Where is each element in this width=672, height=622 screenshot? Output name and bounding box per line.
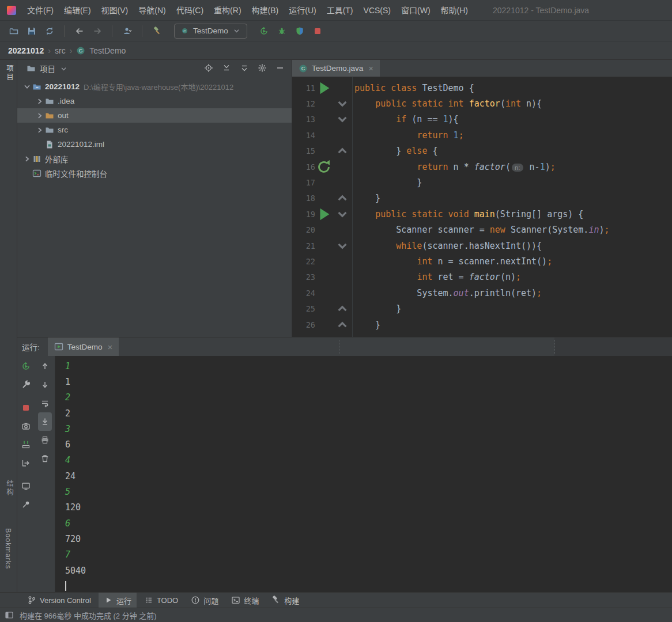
debug-button[interactable]	[274, 23, 290, 39]
menu-item[interactable]: 窗口(W)	[396, 3, 436, 18]
toolwindow-toggle-icon[interactable]	[5, 610, 14, 620]
locate-button[interactable]	[204, 63, 213, 74]
toolwindow-button-version-control[interactable]: Version Control	[22, 593, 96, 608]
menu-item[interactable]: 导航(N)	[133, 3, 171, 18]
fold-marker-icon[interactable]	[333, 236, 352, 256]
tool-window-stripe: 项目 结构 Bookmarks	[0, 60, 17, 592]
editor-tab-testdemo[interactable]: C TestDemo.java ×	[292, 60, 380, 77]
wrench-button[interactable]	[19, 376, 33, 394]
stripe-project-button[interactable]: 项目	[4, 65, 15, 81]
scroll-end-button[interactable]	[38, 412, 52, 431]
code-text: System.out.println(ret);	[354, 288, 542, 298]
menu-item[interactable]: 重构(R)	[209, 3, 246, 18]
splitter-handle[interactable]	[554, 340, 555, 354]
pin-button[interactable]	[19, 495, 33, 514]
console-output[interactable]: 1122364245120672075040	[55, 356, 672, 592]
forward-button[interactable]	[89, 23, 105, 39]
tree-expand-arrow-icon[interactable]	[35, 125, 45, 135]
tree-expand-arrow-icon[interactable]	[35, 111, 45, 121]
up-button[interactable]	[38, 357, 52, 376]
menu-item[interactable]: 视图(V)	[96, 3, 134, 18]
tree-item-label: 20221012.iml	[58, 140, 104, 149]
print-button[interactable]	[38, 431, 52, 449]
chevron-down-icon[interactable]	[59, 64, 68, 73]
run-button[interactable]	[256, 23, 272, 39]
rerun-button[interactable]	[19, 357, 33, 376]
build-button[interactable]	[149, 23, 165, 39]
menu-item[interactable]: VCS(S)	[358, 3, 396, 18]
stripe-bookmarks-button[interactable]: Bookmarks	[4, 528, 12, 570]
menu-item[interactable]: 工具(T)	[322, 3, 358, 18]
menu-item[interactable]: 帮助(H)	[436, 3, 473, 18]
recursive-call-icon[interactable]	[315, 158, 333, 176]
tree-row[interactable]: out	[17, 108, 292, 123]
exit-button[interactable]	[19, 454, 33, 472]
stop-button[interactable]	[19, 399, 33, 417]
fold-marker-icon[interactable]	[333, 315, 352, 335]
sync-button[interactable]	[41, 23, 57, 39]
tree-expand-arrow-icon[interactable]	[35, 96, 45, 107]
code-text: public class TestDemo {	[354, 83, 474, 93]
fold-marker-icon[interactable]	[333, 141, 352, 161]
close-run-tab-icon[interactable]: ×	[108, 343, 113, 351]
gear-button[interactable]	[258, 63, 267, 74]
stop-button[interactable]	[310, 23, 326, 39]
open-button[interactable]	[6, 23, 21, 39]
tree-row[interactable]: src	[17, 123, 292, 137]
gutter-separator	[352, 77, 353, 337]
fold-marker-icon[interactable]	[333, 109, 352, 129]
code-text: Scanner scanner = new Scanner(System.in)…	[354, 225, 610, 235]
collapse-all-button[interactable]	[222, 63, 231, 74]
code-line: 13 if (n == 1){	[292, 112, 672, 127]
tree-row[interactable]: 20221012 D:\编程专用\java-warehouse(本地)\2022…	[17, 79, 292, 94]
coverage-icon	[295, 26, 304, 36]
menu-item[interactable]: 编辑(E)	[59, 3, 96, 18]
run-tab-testdemo[interactable]: TestDemo ×	[48, 337, 119, 356]
expand-all-button[interactable]	[240, 63, 249, 74]
tree-row[interactable]: .idea	[17, 94, 292, 108]
iml-file-icon	[45, 140, 54, 149]
line-number: 21	[292, 241, 315, 251]
locate-icon	[204, 63, 213, 73]
save-button[interactable]	[24, 23, 39, 39]
monitor-button[interactable]	[19, 477, 33, 495]
trash-button[interactable]	[38, 449, 52, 468]
soft-wrap-button[interactable]	[38, 394, 52, 412]
user-button[interactable]	[119, 23, 135, 39]
project-folder-icon	[27, 64, 36, 73]
breadcrumb-item[interactable]: src	[55, 46, 66, 55]
splitter-handle[interactable]	[339, 340, 339, 354]
toolwindow-button-运行[interactable]: 运行	[99, 593, 137, 608]
toolwindow-button-问题[interactable]: 问题	[186, 593, 224, 608]
stripe-structure-button[interactable]: 结构	[4, 480, 15, 496]
toolwindow-button-todo[interactable]: TODO	[139, 593, 183, 608]
camera-button[interactable]	[19, 417, 33, 435]
menu-item[interactable]: 运行(U)	[284, 3, 321, 18]
menu-item[interactable]: 构建(B)	[247, 3, 284, 18]
down-button[interactable]	[38, 376, 52, 394]
terminal-icon	[231, 596, 240, 605]
code-editor[interactable]: 11public class TestDemo {12 public stati…	[292, 77, 672, 337]
tree-row[interactable]: 临时文件和控制台	[17, 166, 292, 180]
breadcrumb-item[interactable]: 20221012	[8, 46, 44, 55]
class-icon: C	[299, 64, 308, 73]
back-button[interactable]	[71, 23, 87, 39]
menu-item[interactable]: 文件(F)	[22, 3, 59, 18]
run-line-icon[interactable]	[315, 206, 333, 223]
close-tab-icon[interactable]: ×	[368, 64, 373, 73]
tree-row[interactable]: 20221012.iml	[17, 137, 292, 151]
toolwindow-button-构建[interactable]: 构建	[266, 593, 304, 608]
tree-expand-arrow-icon[interactable]	[22, 154, 32, 164]
toolwindow-button-终端[interactable]: 终端	[226, 593, 264, 608]
fold-marker-icon[interactable]	[333, 204, 352, 224]
tree-expand-arrow-icon[interactable]	[22, 82, 32, 92]
project-panel-title[interactable]: 项目	[40, 63, 55, 74]
menu-item[interactable]: 代码(C)	[171, 3, 209, 18]
run-line-icon[interactable]	[315, 79, 333, 97]
memory-button[interactable]	[19, 435, 33, 454]
minimize-button[interactable]	[275, 63, 285, 74]
run-configuration-combo[interactable]: CTestDemo	[174, 24, 247, 39]
tree-row[interactable]: 外部库	[17, 151, 292, 166]
breadcrumb-item[interactable]: TestDemo	[89, 46, 126, 55]
coverage-button[interactable]	[292, 23, 308, 39]
